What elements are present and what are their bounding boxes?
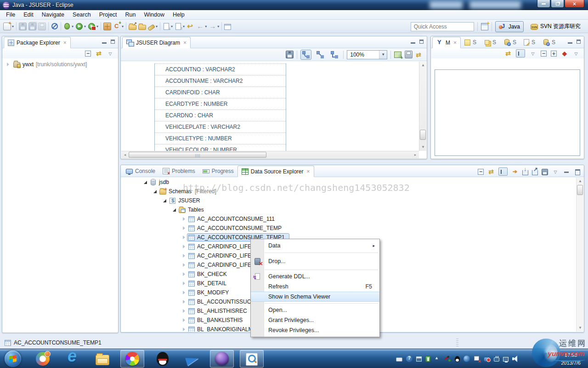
taskbar-app-button[interactable]: [1, 350, 25, 368]
view-toolbar-icon[interactable]: [572, 50, 580, 57]
toolbar-button[interactable]: ▾: [128, 21, 137, 31]
tray-icon[interactable]: [474, 356, 480, 362]
close-tab-icon[interactable]: ×: [306, 168, 310, 175]
taskbar-app-button[interactable]: [240, 350, 264, 368]
entity-attribute-row[interactable]: ECARDNO : CHAR: [155, 109, 286, 121]
entity-attribute-row[interactable]: ACCOUNTNO : VARCHAR2: [155, 63, 286, 75]
entity-attribute-row[interactable]: VEHICLETYPE : NUMBER: [155, 132, 286, 144]
menu-item[interactable]: File: [2, 11, 19, 19]
toolbar-button[interactable]: ▾: [59, 21, 62, 31]
menu-item[interactable]: Window: [140, 11, 169, 19]
tray-icon[interactable]: [512, 356, 519, 362]
expand-arrow-icon[interactable]: [182, 217, 187, 222]
dropdown-arrow-icon[interactable]: ▾: [171, 24, 173, 29]
curved-connection-button[interactable]: [300, 50, 311, 60]
context-menu-item[interactable]: Show in Schema Viewer ▸: [251, 292, 379, 302]
tray-icon[interactable]: [416, 356, 422, 362]
dropdown-arrow-icon[interactable]: ▾: [122, 24, 124, 29]
close-tab-icon[interactable]: ×: [183, 40, 187, 46]
maximize-view-icon[interactable]: [577, 40, 581, 44]
export-image-icon[interactable]: [394, 52, 401, 58]
expand-arrow-icon[interactable]: [182, 235, 187, 240]
toolbar-button[interactable]: ▾: [87, 21, 99, 31]
right-panel-tab[interactable]: S ×: [539, 36, 559, 48]
toolbar-button[interactable]: ▾: [137, 21, 147, 31]
view-toolbar-icon[interactable]: [532, 170, 538, 175]
bottom-panel-tab[interactable]: Progress ×: [199, 165, 237, 177]
view-toolbar-icon[interactable]: [95, 50, 102, 57]
tree-item-label-area[interactable]: BK_CHECK: [187, 270, 232, 278]
tray-icon[interactable]: [434, 356, 441, 362]
expand-arrow-icon[interactable]: [182, 263, 187, 268]
dropdown-arrow-icon[interactable]: ▾: [183, 24, 185, 29]
tray-icon[interactable]: [444, 356, 451, 362]
tree-item-label-area[interactable]: BL_BANKORIGINALM: [187, 325, 257, 332]
minimize-button[interactable]: [537, 0, 550, 8]
taskbar-app-button[interactable]: [61, 350, 85, 368]
zoom-dropdown-icon[interactable]: ▼: [379, 51, 387, 59]
tree-item-label-area[interactable]: BK_MODIFY: [187, 288, 233, 297]
taskbar-app-button[interactable]: [150, 350, 174, 368]
context-menu-item[interactable]: Refresh F5 ▸: [251, 282, 379, 292]
tray-icon[interactable]: [455, 356, 460, 362]
tree-item-label-area[interactable]: jsdb: [148, 178, 174, 186]
expand-arrow-icon[interactable]: [153, 189, 158, 194]
view-toolbar-icon[interactable]: [107, 50, 114, 57]
expand-arrow-icon[interactable]: [182, 299, 187, 305]
tree-vertical-scrollbar[interactable]: ▲ ▼: [576, 178, 583, 332]
expand-arrow-icon[interactable]: [182, 318, 187, 323]
dropdown-arrow-icon[interactable]: ▾: [84, 24, 86, 29]
expand-arrow-icon[interactable]: [182, 244, 187, 249]
maximize-view-icon[interactable]: [111, 40, 115, 44]
view-toolbar-icon[interactable]: [511, 168, 519, 175]
vertical-scrollbar[interactable]: ▲ ▼: [419, 62, 426, 151]
dropdown-arrow-icon[interactable]: ▾: [12, 24, 14, 29]
toolbar-button[interactable]: ▾: [208, 21, 220, 31]
view-toolbar-icon[interactable]: [542, 169, 548, 175]
expand-arrow-icon[interactable]: [182, 290, 187, 295]
perspective-svn-button[interactable]: SVN 资源库研究: [527, 21, 584, 32]
tray-icon[interactable]: [396, 357, 402, 362]
expand-arrow-icon[interactable]: [182, 327, 187, 332]
tree-item[interactable]: jsdb: [121, 178, 583, 187]
entity-attribute-row[interactable]: VEHICLEPLATE : VARCHAR2: [155, 121, 286, 132]
entity-attribute-row[interactable]: ECARDTYPE : NUMBER: [155, 98, 286, 109]
toolbar-button[interactable]: ▾: [15, 21, 18, 31]
print-diagram-icon[interactable]: [405, 51, 413, 58]
taskbar-clock[interactable]: 17:53 2013/7/6: [561, 351, 581, 367]
view-toolbar-icon[interactable]: [551, 51, 557, 57]
scroll-down-icon[interactable]: ▼: [577, 324, 584, 332]
right-panel-tab[interactable]: S ×: [461, 36, 480, 48]
tray-icon[interactable]: [406, 356, 413, 362]
context-menu-item[interactable]: Open... ▸: [251, 305, 379, 315]
toolbar-button[interactable]: ▾: [124, 21, 128, 31]
context-menu-item[interactable]: Generate DDL... ▸: [251, 271, 379, 282]
right-panel-tab[interactable]: S ×: [500, 36, 520, 48]
view-toolbar-icon[interactable]: [529, 50, 537, 57]
context-menu-item[interactable]: Grant Privileges... ▸: [251, 315, 379, 325]
tree-item[interactable]: AC_ACCOUNTCONSUME_TEMP: [121, 224, 583, 233]
bottom-panel-tab[interactable]: Problems ×: [159, 165, 199, 177]
expand-arrow-icon[interactable]: [182, 226, 187, 231]
scroll-down-icon[interactable]: ▼: [419, 144, 426, 151]
minimize-view-icon[interactable]: [568, 42, 572, 44]
dropdown-arrow-icon[interactable]: ▾: [156, 24, 158, 29]
tree-item-label-area[interactable]: BL_BANKLISTHIS: [187, 316, 247, 324]
view-toolbar-icon[interactable]: [516, 49, 525, 58]
view-toolbar-icon[interactable]: [85, 51, 91, 57]
view-toolbar-icon[interactable]: [541, 51, 547, 57]
taskbar-app-button[interactable]: [210, 350, 234, 368]
tree-item-label-area[interactable]: AC_CARDINFO_LIFE_: [187, 252, 259, 260]
tree-item-label-area[interactable]: AC_ACCOUNTCONSUME_111: [187, 215, 279, 223]
scrollbar-thumb[interactable]: [129, 152, 266, 158]
toolbar-button[interactable]: ▾: [74, 21, 87, 31]
tray-icon[interactable]: [484, 357, 490, 362]
view-toolbar-icon[interactable]: [574, 168, 581, 175]
toolbar-button[interactable]: ▾: [220, 21, 223, 31]
context-menu-item[interactable]: Drop... ▸: [251, 254, 379, 268]
bottom-panel-tab[interactable]: Data Source Explorer ×: [237, 166, 314, 177]
tree-item[interactable]: AC_ACCOUNTCONSUME_111: [121, 214, 583, 224]
quick-access-input[interactable]: [411, 22, 474, 31]
toolbar-button[interactable]: ▾: [18, 21, 28, 31]
taskbar-app-button[interactable]: [31, 350, 55, 368]
